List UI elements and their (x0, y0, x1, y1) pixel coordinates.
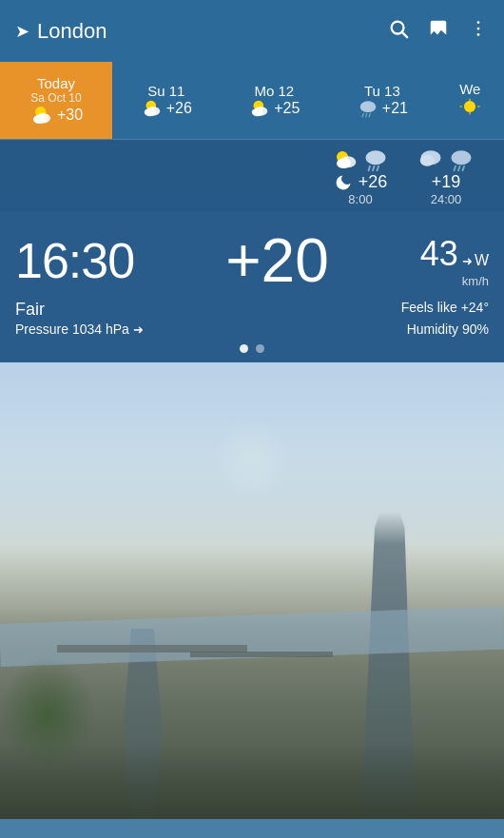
feels-like: Feels like +24° (401, 300, 489, 320)
trees (0, 657, 95, 771)
current-condition: Fair (15, 300, 45, 320)
forecast-slot-2-time: 24:00 (431, 192, 462, 206)
header-left: ➤ London (15, 19, 107, 44)
tab-mo12-temp: +25 (274, 100, 300, 117)
tab-su11-weather: +26 (141, 99, 192, 118)
svg-line-29 (373, 166, 375, 171)
svg-point-27 (366, 150, 386, 165)
tab-su11-name: Su 11 (147, 83, 184, 99)
tab-today-temp: +30 (57, 107, 83, 124)
dot-2 (256, 344, 264, 353)
tab-today-date: Sa Oct 10 (30, 91, 81, 105)
svg-point-3 (477, 21, 480, 24)
tab-su11[interactable]: Su 11 +26 (112, 62, 221, 139)
forecast-slot-1-icons (331, 147, 390, 172)
tab-mo12[interactable]: Mo 12 +25 (221, 62, 329, 139)
current-time: 16:30 (15, 232, 134, 289)
svg-point-15 (360, 101, 376, 112)
forecast-slot-1: +26 8:00 (318, 147, 403, 206)
tab-tu13-temp: +21 (382, 100, 408, 117)
svg-point-33 (452, 150, 472, 165)
current-wind: 43 ➜ W km/h (420, 234, 489, 288)
forecast-slot-2: +19 24:00 (403, 147, 489, 206)
current-row-extra: Pressure 1034 hPa ➜ Humidity 90% (15, 322, 489, 337)
rain-cloud-icon (361, 147, 390, 172)
forecast-slot-1-time: 8:00 (348, 192, 372, 206)
svg-point-5 (477, 33, 480, 36)
bridge-2 (190, 652, 333, 657)
svg-line-18 (369, 113, 370, 117)
search-icon[interactable] (388, 18, 409, 45)
wind-speed-row: 43 ➜ W (420, 234, 489, 274)
forecast-slot-2-temp: +19 (432, 172, 461, 192)
sun-cloud-icon (331, 147, 359, 172)
svg-point-2 (434, 24, 436, 27)
humidity: Humidity 90% (407, 322, 489, 337)
forecast-extended: +26 8:00 +19 24:00 (0, 140, 504, 212)
rain-icon (357, 99, 379, 118)
forecast-slot-1-temp: +26 (359, 172, 388, 192)
navigation-icon: ➤ (15, 21, 29, 42)
pressure-text: Pressure 1034 hPa (15, 322, 129, 337)
svg-point-11 (144, 108, 155, 116)
tab-today-weather: +30 (29, 105, 83, 126)
tab-we-name: We (459, 81, 480, 97)
svg-line-34 (455, 166, 456, 171)
partly-cloudy-icon-2 (141, 99, 164, 118)
page-dots (15, 344, 489, 353)
sun-icon (459, 97, 480, 116)
tab-tu13-name: Tu 13 (364, 83, 400, 99)
haze (0, 458, 504, 572)
svg-point-8 (33, 115, 46, 124)
tab-mo12-name: Mo 12 (254, 83, 294, 99)
svg-line-1 (402, 32, 407, 37)
day-tabs: Today Sa Oct 10 +30 Su 11 +26 Mo 12 (0, 62, 504, 140)
svg-line-30 (378, 166, 379, 171)
tab-tu13[interactable]: Tu 13 +21 (328, 62, 436, 139)
svg-point-26 (337, 159, 351, 169)
wind-direction: W (475, 252, 489, 269)
city-title: London (37, 19, 107, 44)
tab-we[interactable]: We (436, 62, 504, 139)
wind-unit: km/h (420, 274, 489, 288)
current-temperature: +20 (225, 225, 329, 296)
current-row-details: Fair Feels like +24° (15, 300, 489, 320)
tab-we-weather (459, 97, 480, 120)
more-menu-icon[interactable] (468, 18, 489, 45)
svg-line-17 (365, 113, 366, 117)
svg-point-32 (420, 155, 435, 166)
svg-line-16 (362, 113, 363, 117)
tab-tu13-weather: +21 (357, 99, 408, 118)
svg-point-14 (252, 108, 263, 116)
current-row-main: 16:30 +20 43 ➜ W km/h (15, 225, 489, 296)
forecast-slot-2-icons (417, 147, 475, 172)
tab-today[interactable]: Today Sa Oct 10 +30 (0, 62, 112, 139)
svg-point-4 (477, 27, 480, 29)
app-header: ➤ London (0, 0, 504, 62)
svg-line-28 (369, 166, 371, 171)
svg-line-36 (463, 166, 465, 171)
wind-arrow-icon: ➜ (462, 254, 473, 268)
header-icons (388, 18, 489, 45)
moon-icon (334, 173, 353, 192)
current-weather-panel: 16:30 +20 43 ➜ W km/h Fair Feels like +2… (0, 212, 504, 362)
wind-speed: 43 (420, 234, 458, 274)
svg-line-35 (458, 166, 460, 171)
wind-dir-row: ➜ W (462, 252, 489, 269)
pressure: Pressure 1034 hPa ➜ (15, 322, 144, 337)
rain-icon-2 (447, 147, 475, 172)
svg-point-19 (464, 101, 475, 112)
city-photo (0, 362, 504, 819)
cloud-icon (417, 147, 445, 172)
dot-1 (240, 344, 248, 353)
partly-cloudy-icon (29, 105, 54, 126)
landscape-icon[interactable] (428, 18, 449, 45)
forecast-slot-1-info: +26 (334, 172, 388, 192)
tab-su11-temp: +26 (166, 100, 192, 117)
tab-today-name: Today (37, 75, 75, 91)
partly-cloudy-icon-3 (248, 99, 271, 118)
tab-mo12-weather: +25 (248, 99, 300, 118)
pressure-arrow-icon: ➜ (133, 322, 144, 337)
